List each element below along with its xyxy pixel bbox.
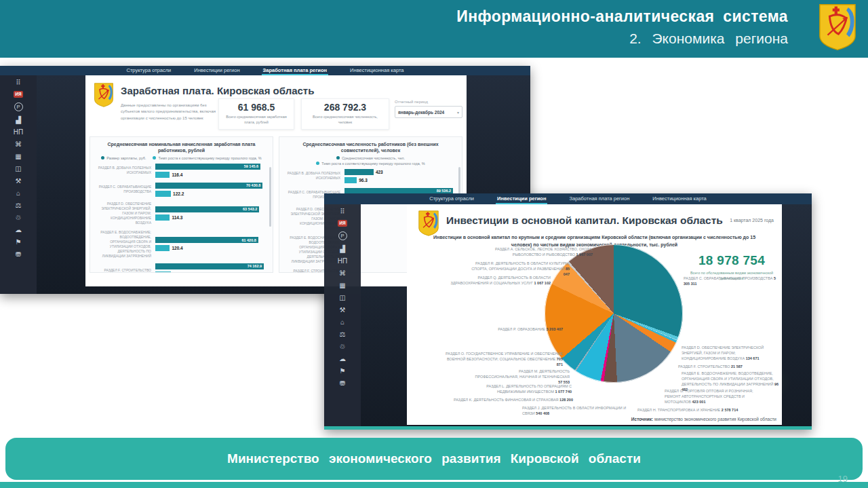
table-icon[interactable]: ◫ [15, 165, 21, 172]
legend-dot-icon [316, 162, 319, 165]
apps-grid-icon[interactable]: ⠿ [340, 208, 344, 215]
value-bar: 70 430.8 [155, 183, 262, 189]
building-icon[interactable]: ⌂ [16, 189, 20, 197]
tab-2[interactable]: Инвестиции регион [193, 66, 241, 75]
ia-system-badge[interactable]: ИЯ [338, 220, 347, 227]
stat-card-salary: 61 968.5 Всего среднемесячная заработная… [218, 98, 294, 130]
report-period-label: Отчетный период [395, 100, 462, 104]
cloud-icon[interactable]: ☁ [15, 226, 22, 233]
stat-card-headcount: 268 792.3 Всего среднесписочная численно… [301, 98, 389, 130]
database-icon[interactable]: ⛃ [340, 379, 345, 387]
scales-icon[interactable]: ⚖ [340, 331, 346, 338]
chart-scrollbar[interactable] [269, 167, 271, 227]
tab-1[interactable]: Структура отрасли [428, 193, 475, 204]
kirov-coat-of-arms-icon [94, 83, 114, 107]
pie-slice-label: РАЗДЕЛ P. ОБРАЗОВАНИЕ 3 203 407 [461, 327, 563, 333]
ruble-circle-icon[interactable]: Р [338, 231, 347, 240]
row-bars: 42396.3 [344, 169, 456, 183]
header-band: Информационно-аналитическая система 2. Э… [0, 0, 868, 58]
scales-icon[interactable]: ⚖ [16, 202, 22, 209]
np-module-icon[interactable]: НП [14, 128, 23, 136]
row-label: РАЗДЕЛ D. ОБЕСПЕЧЕНИЕ ЭЛЕКТРИЧЕСКОЙ ЭНЕР… [96, 202, 155, 225]
header-titles: Информационно-аналитическая система 2. Э… [456, 7, 788, 47]
investment-panel: Инвестиции в основной капитал. Кировская… [407, 204, 782, 425]
pie-slice-label: РАЗДЕЛ D. ОБЕСПЕЧЕНИЕ ЭЛЕКТРИЧЕСКОЙ ЭНЕР… [682, 345, 778, 362]
tab-1[interactable]: Структура отрасли [125, 66, 173, 75]
pie-slice-label: РАЗДЕЛ C. ОБРАБАТЫВАЮЩИЕ ПРОИЗВОДСТВА 5 … [684, 276, 782, 287]
stat-caption: Всего среднесписочная численность, челов… [302, 115, 389, 125]
map-icon[interactable]: ▦ [339, 282, 345, 289]
report-period-control: Отчетный период январь-декабрь 2024 ▾ [395, 100, 462, 118]
industry-icon[interactable]: ⚒ [340, 306, 346, 314]
stat-value: 268 792.3 [302, 102, 389, 113]
source-text: министерство экономического развития Кир… [653, 417, 776, 421]
legend-item: Темп роста к соответствующему периоду пр… [153, 156, 261, 160]
table-icon[interactable]: ◫ [339, 294, 345, 301]
flag-icon[interactable]: ⚑ [340, 367, 346, 375]
value-bar: 74 162.9 [155, 263, 264, 269]
database-icon[interactable]: ⛃ [16, 250, 21, 258]
chart-row: РАЗДЕЛ B. ДОБЫЧА ПОЛЕЗНЫХ ИСКОПАЕМЫХ4239… [285, 169, 456, 183]
building-icon[interactable]: ⌂ [340, 318, 344, 326]
row-bars: 63 543.2114.3 [155, 206, 267, 221]
pie-slice-label: РАЗДЕЛ M. ДЕЯТЕЛЬНОСТЬ ПРОФЕССИОНАЛЬНАЯ,… [475, 369, 570, 386]
ia-system-badge[interactable]: ИЯ [14, 91, 22, 98]
tab-4[interactable]: Инвестиционная карта [349, 66, 405, 75]
tab-2[interactable]: Инвестиции регион [496, 193, 547, 204]
bottom-strip [0, 482, 868, 488]
value-bar [344, 169, 374, 175]
tab-4[interactable]: Инвестиционная карта [651, 193, 707, 204]
row-label: РАЗДЕЛ B. ДОБЫЧА ПОЛЕЗНЫХ ИСКОПАЕМЫХ [285, 171, 344, 181]
pie-slice-label: РАЗДЕЛ G. ТОРГОВЛЯ ОПТОВАЯ И РОЗНИЧНАЯ; … [665, 389, 763, 405]
legend-item: Темп роста к соответствующему периоду пр… [316, 162, 425, 166]
tab-3[interactable]: Заработная плата регион [568, 193, 631, 204]
slide: Информационно-аналитическая система 2. Э… [0, 0, 868, 488]
source-note: Источник: министерство экономического ра… [631, 417, 776, 421]
legend-dot-icon [101, 156, 104, 159]
pie-slice-label: РАЗДЕЛ L. ДЕЯТЕЛЬНОСТЬ ПО ОПЕРАЦИЯМ С НЕ… [467, 384, 572, 395]
investment-sidebar: ⠿ИЯР▟НП⌘▦◫⚒⌂⚖♲☁⚑⛃ [324, 204, 361, 426]
growth-bar [155, 245, 170, 251]
row-bars: 59 145.6116.4 [155, 164, 267, 178]
apps-grid-icon[interactable]: ⠿ [16, 79, 20, 86]
pie-slice-label: РАЗДЕЛ O. ГОСУДАРСТВЕННОЕ УПРАВЛЕНИЕ И О… [442, 352, 563, 368]
window-bottom-bar [324, 426, 812, 430]
row-label: РАЗДЕЛ F. СТРОИТЕЛЬСТВО [96, 268, 155, 273]
np-module-icon[interactable]: НП [338, 257, 347, 265]
source-label: Источник: [631, 417, 653, 421]
chart-row: РАЗДЕЛ C. ОБРАБАТЫВАЮЩИЕ ПРОИЗВОДСТВА70 … [96, 183, 267, 197]
cloud-icon[interactable]: ☁ [339, 355, 346, 362]
pie-slice-label: РАЗДЕЛ A. СЕЛЬСКОЕ, ЛЕСНОЕ ХОЗЯЙСТВО, ОХ… [483, 247, 593, 258]
legend-dot-icon [153, 156, 156, 159]
salary-sidebar: ⠿ИЯР▟НП⌘▦◫⚒⌂⚖♲☁⚑⛃ [0, 75, 37, 294]
stat-caption: Всего среднемесячная заработная плата, р… [219, 115, 294, 125]
tab-3[interactable]: Заработная плата регион [262, 66, 328, 75]
bar-chart-icon[interactable]: ▟ [340, 245, 345, 252]
pie-slice-label: РАЗДЕЛ F. СТРОИТЕЛЬСТВО 21 587 [678, 364, 766, 370]
row-bars: 61 420.8120.4 [155, 237, 267, 251]
row-label: РАЗДЕЛ B. ДОБЫЧА ПОЛЕЗНЫХ ИСКОПАЕМЫХ [96, 166, 155, 175]
org-tree-icon[interactable]: ⌘ [339, 269, 346, 277]
row-bars: 70 430.8122.2 [155, 183, 267, 197]
chart-title: Среднемесячная номинальная начисленная з… [96, 141, 267, 154]
chart-legend: Размер зарплаты, руб.Темп роста к соотве… [96, 156, 267, 160]
report-period-select[interactable]: январь-декабрь 2024 ▾ [395, 106, 462, 118]
pie-slice-label: РАЗДЕЛ H. ТРАНСПОРТИРОВКА И ХРАНЕНИЕ 2 5… [637, 408, 746, 413]
recycle-icon[interactable]: ♲ [16, 214, 22, 221]
chart-row: РАЗДЕЛ E. ВОДОСНАБЖЕНИЕ; ВОДООТВЕДЕНИЕ, … [96, 230, 267, 259]
legend-dot-icon [336, 156, 340, 159]
industry-icon[interactable]: ⚒ [16, 177, 22, 185]
ruble-circle-icon[interactable]: Р [14, 102, 23, 111]
map-icon[interactable]: ▦ [15, 153, 21, 160]
kirov-coat-of-arms-icon [818, 3, 857, 52]
growth-bar [155, 214, 170, 221]
value-bar: 61 420.8 [155, 237, 258, 243]
chart-rows: РАЗДЕЛ B. ДОБЫЧА ПОЛЕЗНЫХ ИСКОПАЕМЫХ59 1… [96, 164, 267, 273]
row-label: РАЗДЕЛ E. ВОДОСНАБЖЕНИЕ; ВОДООТВЕДЕНИЕ, … [96, 230, 155, 259]
bar-chart-icon[interactable]: ▟ [16, 116, 21, 124]
org-tree-icon[interactable]: ⌘ [15, 140, 22, 148]
recycle-icon[interactable]: ♲ [340, 343, 346, 350]
flag-icon[interactable]: ⚑ [16, 238, 22, 246]
stat-value: 61 968.5 [219, 102, 294, 113]
chart-row: РАЗДЕЛ F. СТРОИТЕЛЬСТВО74 162.9125.8 [96, 263, 267, 273]
